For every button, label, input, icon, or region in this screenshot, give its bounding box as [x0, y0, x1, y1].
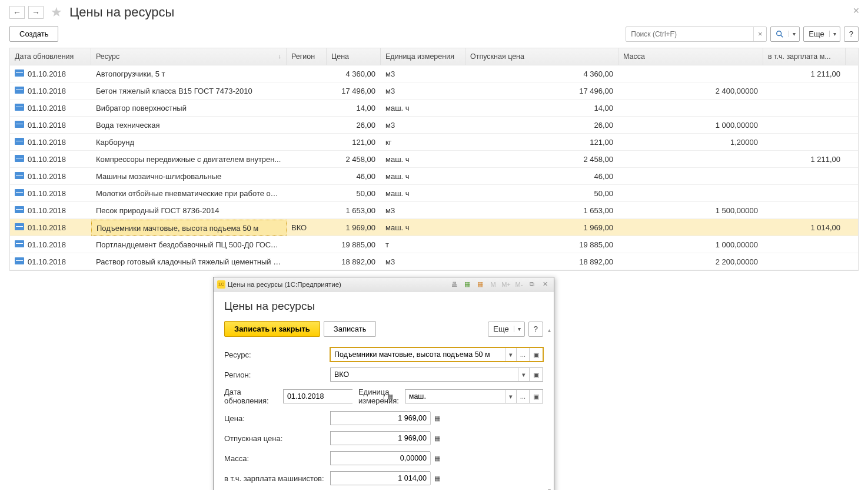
- resource-input[interactable]: [331, 348, 505, 361]
- cell-unit: маш. ч: [381, 189, 465, 198]
- save-close-button[interactable]: Записать и закрыть: [224, 321, 320, 337]
- cell-unit: маш. ч: [381, 172, 465, 181]
- release-input[interactable]: [331, 432, 430, 445]
- chevron-down-icon[interactable]: ▾: [505, 348, 516, 361]
- back-button[interactable]: ←: [9, 6, 25, 19]
- more-button[interactable]: Еще ▾: [803, 27, 840, 42]
- resources-table: Дата обновления Ресурс Регион Цена Едини…: [9, 48, 859, 271]
- table-row[interactable]: 01.10.2018Вибратор поверхностный14,00маш…: [10, 100, 858, 117]
- calculator-icon[interactable]: ▦: [430, 452, 444, 465]
- cell-resource: Карборунд: [91, 138, 287, 147]
- chevron-down-icon[interactable]: ▾: [518, 368, 529, 381]
- app-1c-icon: 1C: [217, 280, 225, 289]
- cell-salary: 1 211,00: [763, 155, 846, 164]
- mass-field[interactable]: ▦: [330, 451, 430, 465]
- open-icon[interactable]: ▣: [529, 348, 543, 361]
- search-input[interactable]: [626, 30, 753, 38]
- table-row[interactable]: 01.10.2018Автопогрузчики, 5 т4 360,00м34…: [10, 65, 858, 82]
- save-button[interactable]: Записать: [324, 321, 377, 337]
- calendar-icon[interactable]: ▦: [475, 279, 485, 290]
- help-button[interactable]: ?: [844, 27, 859, 42]
- record-icon: [15, 206, 24, 213]
- cell-resource: Подъемники мачтовые, высота подъема 50 м: [91, 220, 287, 236]
- cell-unit: маш. ч: [381, 104, 465, 112]
- m-minus-button[interactable]: M-: [514, 279, 524, 290]
- forward-button[interactable]: →: [28, 6, 44, 19]
- chevron-down-icon[interactable]: ▾: [505, 390, 516, 403]
- table-row[interactable]: 01.10.2018Подъемники мачтовые, высота по…: [10, 219, 858, 236]
- scroll-down-icon: ▾: [548, 487, 551, 490]
- dialog-restore-icon[interactable]: ⧉: [527, 279, 537, 290]
- cell-price: 1 653,00: [327, 206, 381, 215]
- cell-resource: Портландцемент бездобавочный ПЦ 500-Д0 Г…: [91, 240, 287, 249]
- cell-date: 01.10.2018: [10, 87, 91, 95]
- cell-price: 14,00: [327, 104, 381, 112]
- cell-mass: 1 500,00000: [618, 206, 763, 215]
- table-row[interactable]: 01.10.2018Молотки отбойные пневматически…: [10, 185, 858, 202]
- mass-input[interactable]: [331, 452, 430, 465]
- cell-date: 01.10.2018: [10, 138, 91, 147]
- cell-resource: Автопогрузчики, 5 т: [91, 69, 287, 78]
- cell-resource: Вибратор поверхностный: [91, 104, 287, 112]
- region-input[interactable]: [331, 368, 518, 381]
- table-row[interactable]: 01.10.2018Карборунд121,00кг121,001,20000: [10, 134, 858, 151]
- table-row[interactable]: 01.10.2018Компрессоры передвижные с двиг…: [10, 151, 858, 168]
- open-icon[interactable]: ▣: [529, 368, 543, 381]
- table-row[interactable]: 01.10.2018Портландцемент бездобавочный П…: [10, 236, 858, 253]
- calculator-icon[interactable]: ▦: [430, 412, 444, 425]
- cell-resource: Бетон тяжелый класса В15 ГОСТ 7473-2010: [91, 87, 287, 95]
- unit-field[interactable]: ▾ ... ▣: [405, 389, 543, 403]
- price-input[interactable]: [331, 412, 430, 425]
- release-field[interactable]: ▦: [330, 431, 430, 445]
- calculator-icon[interactable]: ▦: [430, 472, 444, 485]
- table-row[interactable]: 01.10.2018Бетон тяжелый класса В15 ГОСТ …: [10, 82, 858, 100]
- col-unit[interactable]: Единица измерения: [381, 48, 465, 65]
- col-release[interactable]: Отпускная цена: [465, 48, 618, 65]
- price-field[interactable]: ▦: [330, 411, 430, 425]
- salary-field[interactable]: ▦: [330, 471, 430, 485]
- favorite-star-icon[interactable]: ★: [51, 5, 62, 20]
- calculator-icon[interactable]: ▦: [430, 432, 444, 445]
- dialog-scrollbar[interactable]: ▴ ▾: [546, 327, 553, 490]
- date-field[interactable]: ▦: [283, 389, 352, 403]
- calc-icon[interactable]: ▦: [462, 279, 473, 290]
- dialog-help-button[interactable]: ?: [528, 322, 543, 337]
- col-date[interactable]: Дата обновления: [10, 48, 91, 65]
- table-row[interactable]: 01.10.2018Вода техническая26,00м326,001 …: [10, 117, 858, 134]
- resource-field[interactable]: ▾ ... ▣: [330, 347, 543, 362]
- main-toolbar: Создать × ▾ Еще ▾ ?: [0, 22, 868, 45]
- cell-date: 01.10.2018: [10, 121, 91, 130]
- table-row[interactable]: 01.10.2018Песок природный ГОСТ 8736-2014…: [10, 202, 858, 219]
- create-button[interactable]: Создать: [9, 26, 58, 42]
- record-icon: [15, 104, 24, 111]
- table-row[interactable]: 01.10.2018Раствор готовый кладочный тяже…: [10, 253, 858, 270]
- search-clear-button[interactable]: ×: [753, 27, 766, 41]
- cell-release: 2 458,00: [465, 155, 618, 164]
- col-salary[interactable]: в т.ч. зарплата м...: [763, 48, 846, 65]
- dialog-titlebar[interactable]: 1C Цены на ресурсы (1С:Предприятие) 🖶 ▦ …: [214, 277, 554, 292]
- col-resource[interactable]: Ресурс: [91, 48, 287, 65]
- ellipsis-button[interactable]: ...: [516, 390, 529, 403]
- chevron-down-icon: ▾: [789, 31, 799, 37]
- dialog-more-button[interactable]: Еще ▾: [488, 322, 524, 337]
- label-release: Отпускная цена:: [224, 434, 324, 443]
- col-mass[interactable]: Масса: [618, 48, 763, 65]
- print-icon[interactable]: 🖶: [449, 279, 460, 290]
- m-plus-button[interactable]: M+: [501, 279, 511, 290]
- col-price[interactable]: Цена: [327, 48, 381, 65]
- unit-input[interactable]: [405, 390, 505, 403]
- cell-resource: Вода техническая: [91, 121, 287, 130]
- page-title: Цены на ресурсы: [69, 5, 174, 20]
- search-field[interactable]: ×: [626, 27, 767, 42]
- dialog-close-button[interactable]: ✕: [540, 279, 550, 290]
- open-icon[interactable]: ▣: [529, 390, 543, 403]
- salary-input[interactable]: [331, 472, 430, 485]
- col-region[interactable]: Регион: [287, 48, 327, 65]
- search-dropdown-button[interactable]: ▾: [770, 27, 800, 42]
- region-field[interactable]: ▾ ▣: [330, 368, 543, 382]
- table-row[interactable]: 01.10.2018Машины мозаично-шлифовальные46…: [10, 168, 858, 185]
- cell-unit: м3: [381, 206, 465, 215]
- m-button[interactable]: M: [488, 279, 498, 290]
- close-page-button[interactable]: ✕: [853, 6, 860, 15]
- ellipsis-button[interactable]: ...: [516, 348, 529, 361]
